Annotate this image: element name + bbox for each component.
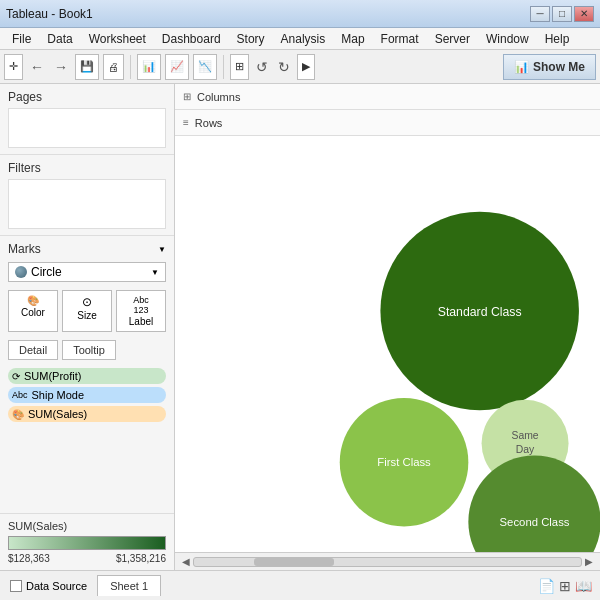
scroll-right-button[interactable]: ▶ bbox=[582, 556, 596, 567]
toolbar-present-btn[interactable]: ▶ bbox=[297, 54, 315, 80]
toolbar-separator-1 bbox=[130, 55, 131, 79]
menu-bar: File Data Worksheet Dashboard Story Anal… bbox=[0, 28, 600, 50]
detail-button[interactable]: Detail bbox=[8, 340, 58, 360]
menu-file[interactable]: File bbox=[4, 30, 39, 48]
maximize-button[interactable]: □ bbox=[552, 6, 572, 22]
canvas-panel: ⊞ Columns ≡ Rows Standard Class First Cl… bbox=[175, 84, 600, 570]
color-label: Color bbox=[21, 307, 45, 318]
close-button[interactable]: ✕ bbox=[574, 6, 594, 22]
rows-label: Rows bbox=[195, 117, 223, 129]
color-palette-icon: 🎨 bbox=[27, 295, 39, 306]
size-icon: ⊙ bbox=[82, 295, 92, 309]
legend-color-bar bbox=[8, 536, 166, 550]
menu-data[interactable]: Data bbox=[39, 30, 80, 48]
columns-label: Columns bbox=[197, 91, 240, 103]
toolbar-refresh-btn[interactable]: ↺ bbox=[253, 59, 271, 75]
bubble-chart: Standard Class First Class Same Day Seco… bbox=[175, 136, 600, 552]
bubble-second-class bbox=[468, 456, 600, 552]
text-icon: Abc bbox=[12, 390, 28, 400]
menu-analysis[interactable]: Analysis bbox=[273, 30, 334, 48]
label-button[interactable]: Abc123 Label bbox=[116, 290, 166, 332]
marks-type-dropdown[interactable]: Circle ▼ bbox=[8, 262, 166, 282]
toolbar-forward-btn[interactable]: → bbox=[51, 59, 71, 75]
rows-shelf: ≡ Rows bbox=[175, 110, 600, 136]
legend-max: $1,358,216 bbox=[116, 553, 166, 564]
toolbar-chart-btn3[interactable]: 📉 bbox=[193, 54, 217, 80]
toolbar-save-btn[interactable]: 💾 bbox=[75, 54, 99, 80]
toolbar-layout-btn[interactable]: ⊞ bbox=[230, 54, 249, 80]
data-source-tab[interactable]: Data Source bbox=[0, 576, 97, 596]
marks-section: Marks ▼ Circle ▼ 🎨 Color ⊙ Size Abc123 bbox=[0, 236, 174, 513]
pages-content bbox=[8, 108, 166, 148]
toolbar-refresh2-btn[interactable]: ↻ bbox=[275, 59, 293, 75]
viz-area: Standard Class First Class Same Day Seco… bbox=[175, 136, 600, 552]
show-me-button[interactable]: 📊 Show Me bbox=[503, 54, 596, 80]
toolbar: ✛ ← → 💾 🖨 📊 📈 📉 ⊞ ↺ ↻ ▶ 📊 Show Me bbox=[0, 50, 600, 84]
circle-mark-icon bbox=[15, 266, 27, 278]
horizontal-scrollbar: ◀ ▶ bbox=[175, 552, 600, 570]
toolbar-chart-btn2[interactable]: 📈 bbox=[165, 54, 189, 80]
main-layout: Pages Filters Marks ▼ Circle ▼ 🎨 Color bbox=[0, 84, 600, 570]
marks-type-label: Circle bbox=[31, 265, 62, 279]
show-me-label: Show Me bbox=[533, 60, 585, 74]
color-button[interactable]: 🎨 Color bbox=[8, 290, 58, 332]
sum-sales-pill[interactable]: 🎨 SUM(Sales) bbox=[8, 406, 166, 422]
menu-format[interactable]: Format bbox=[373, 30, 427, 48]
legend-values: $128,363 $1,358,216 bbox=[8, 553, 166, 564]
legend-title: SUM(Sales) bbox=[8, 520, 166, 532]
sum-profit-pill[interactable]: ⟳ SUM(Profit) bbox=[8, 368, 166, 384]
paint-icon: 🎨 bbox=[12, 409, 24, 420]
marks-header: Marks ▼ bbox=[8, 242, 166, 256]
bubble-label-standard-class: Standard Class bbox=[438, 305, 522, 319]
sum-profit-label: SUM(Profit) bbox=[24, 370, 81, 382]
tooltip-button[interactable]: Tooltip bbox=[62, 340, 116, 360]
toolbar-back-btn[interactable]: ← bbox=[27, 59, 47, 75]
toolbar-crosshair-btn[interactable]: ✛ bbox=[4, 54, 23, 80]
label-label: Label bbox=[129, 316, 153, 327]
filters-content bbox=[8, 179, 166, 229]
sheet1-label: Sheet 1 bbox=[110, 580, 148, 592]
status-bar: Data Source Sheet 1 📄 ⊞ 📖 bbox=[0, 570, 600, 600]
scroll-left-button[interactable]: ◀ bbox=[179, 556, 193, 567]
legend-section: SUM(Sales) $128,363 $1,358,216 bbox=[0, 513, 174, 570]
minimize-button[interactable]: ─ bbox=[530, 6, 550, 22]
left-panel: Pages Filters Marks ▼ Circle ▼ 🎨 Color bbox=[0, 84, 175, 570]
size-label: Size bbox=[77, 310, 96, 321]
scroll-track[interactable] bbox=[193, 557, 582, 567]
pages-section: Pages bbox=[0, 84, 174, 155]
new-story-icon[interactable]: 📖 bbox=[575, 578, 592, 594]
data-source-label: Data Source bbox=[26, 580, 87, 592]
bubble-label-second-class: Second Class bbox=[500, 516, 570, 528]
menu-server[interactable]: Server bbox=[427, 30, 478, 48]
filters-section: Filters bbox=[0, 155, 174, 236]
title-bar: Tableau - Book1 ─ □ ✕ bbox=[0, 0, 600, 28]
new-dashboard-icon[interactable]: ⊞ bbox=[559, 578, 571, 594]
bubble-label-first-class: First Class bbox=[377, 456, 431, 468]
filters-label: Filters bbox=[8, 161, 166, 175]
columns-grid-icon: ⊞ bbox=[183, 91, 191, 102]
show-me-icon: 📊 bbox=[514, 60, 529, 74]
window-controls: ─ □ ✕ bbox=[530, 6, 594, 22]
bubble-label-same-day-1: Same bbox=[511, 430, 538, 441]
sheet1-tab[interactable]: Sheet 1 bbox=[97, 575, 161, 596]
sum-sales-label: SUM(Sales) bbox=[28, 408, 87, 420]
toolbar-print-btn[interactable]: 🖨 bbox=[103, 54, 124, 80]
bubble-label-same-day-2: Day bbox=[516, 444, 535, 455]
dropdown-chevron-icon: ▼ bbox=[151, 268, 159, 277]
menu-window[interactable]: Window bbox=[478, 30, 537, 48]
toolbar-bar-chart-btn[interactable]: 📊 bbox=[137, 54, 161, 80]
new-worksheet-icon[interactable]: 📄 bbox=[538, 578, 555, 594]
pages-label: Pages bbox=[8, 90, 166, 104]
menu-help[interactable]: Help bbox=[537, 30, 578, 48]
menu-dashboard[interactable]: Dashboard bbox=[154, 30, 229, 48]
data-source-checkbox[interactable] bbox=[10, 580, 22, 592]
size-button[interactable]: ⊙ Size bbox=[62, 290, 112, 332]
loop-icon: ⟳ bbox=[12, 371, 20, 382]
scroll-thumb[interactable] bbox=[254, 558, 334, 566]
menu-map[interactable]: Map bbox=[333, 30, 372, 48]
marks-dropdown-arrow: ▼ bbox=[158, 245, 166, 254]
menu-worksheet[interactable]: Worksheet bbox=[81, 30, 154, 48]
ship-mode-pill[interactable]: Abc Ship Mode bbox=[8, 387, 166, 403]
menu-story[interactable]: Story bbox=[229, 30, 273, 48]
tab-action-icons: 📄 ⊞ 📖 bbox=[538, 578, 600, 594]
